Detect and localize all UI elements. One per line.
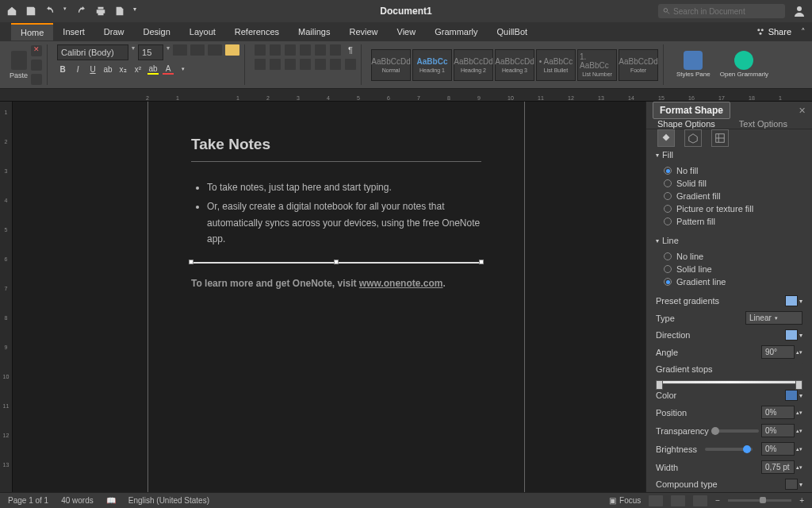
qat-dropdown-icon[interactable]: ▾: [133, 6, 140, 17]
color-dropdown-icon[interactable]: ▾: [799, 392, 802, 399]
styles-pane-button[interactable]: Styles Pane: [673, 51, 714, 79]
effects-tab-icon[interactable]: [684, 129, 702, 147]
focus-mode[interactable]: ▣ Focus: [609, 496, 641, 505]
line-option-gradient-line[interactable]: Gradient line: [664, 275, 802, 288]
transparency-stepper[interactable]: ▴▾: [796, 428, 802, 434]
list-item[interactable]: To take notes, just tap here and start t…: [207, 179, 481, 195]
change-case-button[interactable]: [208, 44, 222, 56]
fill-section-header[interactable]: Fill: [646, 147, 812, 163]
gradient-stop-handle[interactable]: [795, 380, 802, 390]
close-pane-icon[interactable]: ✕: [799, 106, 806, 116]
borders-button[interactable]: [345, 59, 356, 70]
align-right-button[interactable]: [285, 59, 296, 70]
transparency-input[interactable]: [761, 424, 795, 437]
superscript-button[interactable]: x²: [132, 64, 144, 75]
direction-button[interactable]: [785, 329, 798, 341]
resize-handle-right[interactable]: [479, 260, 484, 264]
bullets-button[interactable]: [255, 44, 266, 56]
font-color-button[interactable]: A: [163, 64, 174, 75]
undo-dropdown-icon[interactable]: ▾: [63, 6, 68, 17]
copy-icon[interactable]: [31, 60, 42, 71]
ribbon-tab-quillbot[interactable]: QuillBot: [488, 24, 538, 40]
gradient-stop-handle[interactable]: [656, 380, 663, 390]
multilevel-button[interactable]: [285, 44, 296, 56]
style-heading-3[interactable]: AaBbCcDdHeading 3: [495, 49, 534, 81]
print-icon[interactable]: [95, 6, 106, 17]
ribbon-tab-mailings[interactable]: Mailings: [289, 24, 339, 40]
angle-input[interactable]: [761, 345, 795, 359]
shrink-font-button[interactable]: [190, 44, 205, 56]
fill-option-no-fill[interactable]: No fill: [664, 164, 802, 177]
zoom-thumb[interactable]: [760, 497, 766, 503]
learn-link[interactable]: www.onenote.com: [359, 278, 443, 289]
style-list-bullet[interactable]: • AaBbCcList Bullet: [536, 49, 576, 81]
doc-heading[interactable]: Take Notes: [191, 136, 481, 153]
ribbon-tab-draw[interactable]: Draw: [94, 24, 134, 40]
increase-indent-button[interactable]: [315, 44, 326, 56]
brightness-stepper[interactable]: ▴▾: [796, 446, 802, 452]
undo-icon[interactable]: [44, 6, 56, 17]
justify-button[interactable]: [300, 59, 311, 70]
page-count[interactable]: Page 1 of 1: [8, 496, 48, 505]
fill-option-solid-fill[interactable]: Solid fill: [664, 177, 802, 190]
fill-option-pattern-fill[interactable]: Pattern fill: [664, 215, 802, 228]
doc-icon[interactable]: [114, 6, 125, 17]
underline-button[interactable]: U: [87, 64, 98, 75]
style-heading-2[interactable]: AaBbCcDdHeading 2: [454, 49, 493, 81]
highlight-button[interactable]: ab: [147, 64, 159, 75]
selected-shape-line[interactable]: [191, 262, 481, 264]
clear-format-button[interactable]: [225, 44, 239, 56]
fill-option-picture-or-texture-fill[interactable]: Picture or texture fill: [664, 202, 802, 215]
compound-dropdown-icon[interactable]: ▾: [799, 481, 802, 488]
font-color-dropdown-icon[interactable]: ▾: [178, 64, 189, 75]
cut-icon[interactable]: ✕: [31, 45, 42, 56]
page[interactable]: Take Notes To take notes, just tap here …: [147, 102, 525, 492]
strike-button[interactable]: ab: [102, 64, 113, 75]
fill-option-gradient-fill[interactable]: Gradient fill: [664, 190, 802, 202]
compound-type-button[interactable]: [785, 479, 798, 490]
position-stepper[interactable]: ▴▾: [796, 410, 802, 416]
zoom-in-button[interactable]: +: [799, 496, 804, 505]
user-icon[interactable]: [793, 5, 806, 17]
grow-font-button[interactable]: [173, 44, 187, 56]
angle-stepper[interactable]: ▴▾: [796, 349, 802, 356]
line-section-header[interactable]: Line: [646, 233, 812, 248]
ribbon-tab-view[interactable]: View: [388, 24, 426, 40]
style-footer[interactable]: AaBbCcDdFooter: [619, 49, 658, 81]
redo-icon[interactable]: [76, 6, 87, 17]
type-select[interactable]: Linear▾: [745, 311, 802, 325]
print-layout-button[interactable]: [671, 495, 685, 506]
preset-gradients-button[interactable]: [785, 295, 798, 306]
line-option-no-line[interactable]: No line: [664, 250, 802, 263]
format-painter-icon[interactable]: [31, 74, 42, 85]
add-stop-button[interactable]: [779, 364, 790, 375]
resize-handle-left[interactable]: [189, 260, 193, 264]
ribbon-tab-references[interactable]: References: [225, 24, 289, 40]
font-family-dropdown-icon[interactable]: ▾: [132, 44, 135, 60]
width-stepper[interactable]: ▴▾: [796, 464, 802, 471]
brightness-input[interactable]: [761, 442, 795, 456]
ribbon-tab-grammarly[interactable]: Grammarly: [425, 24, 487, 40]
font-family-select[interactable]: [57, 44, 128, 60]
ribbon-tab-design[interactable]: Design: [134, 24, 180, 40]
shape-options-tab[interactable]: Shape Options: [657, 119, 715, 129]
preset-dropdown-icon[interactable]: ▾: [799, 298, 802, 305]
italic-button[interactable]: I: [72, 64, 83, 75]
show-marks-button[interactable]: ¶: [345, 44, 356, 56]
color-picker-button[interactable]: [785, 390, 798, 401]
ribbon-tab-insert[interactable]: Insert: [53, 24, 94, 40]
fill-line-tab-icon[interactable]: [657, 129, 675, 147]
font-size-select[interactable]: [138, 44, 163, 60]
decrease-indent-button[interactable]: [300, 44, 311, 56]
horizontal-ruler[interactable]: 211234567891011121314151617181: [0, 89, 812, 102]
word-count[interactable]: 40 words: [61, 496, 94, 505]
list-item[interactable]: Or, easily create a digital notebook for…: [207, 198, 481, 247]
zoom-slider[interactable]: [728, 499, 791, 502]
zoom-out-button[interactable]: −: [715, 496, 720, 505]
numbering-button[interactable]: [270, 44, 281, 56]
line-spacing-button[interactable]: [315, 59, 326, 70]
ribbon-tab-review[interactable]: Review: [339, 24, 387, 40]
line-option-solid-line[interactable]: Solid line: [664, 263, 802, 275]
transparency-slider[interactable]: [711, 429, 759, 433]
brightness-slider[interactable]: [705, 448, 753, 451]
